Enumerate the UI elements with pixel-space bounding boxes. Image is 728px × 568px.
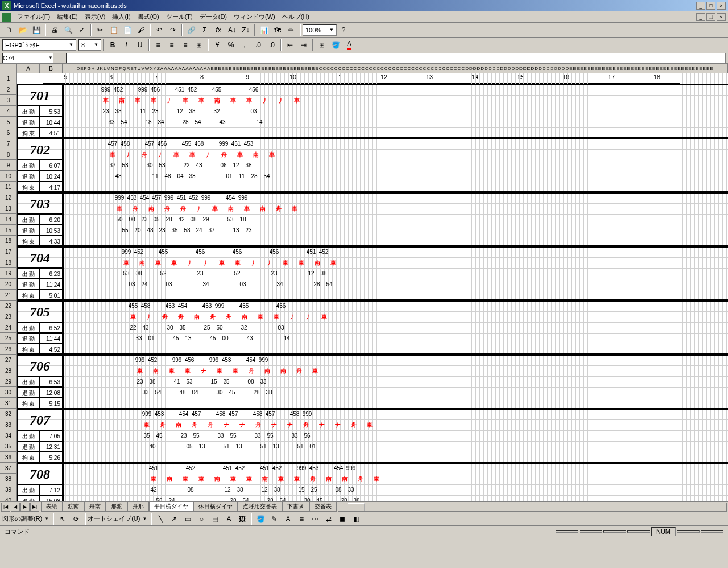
comma-button[interactable]: , xyxy=(238,39,251,51)
select-all-corner[interactable] xyxy=(0,64,17,73)
new-button[interactable]: 🗋 xyxy=(3,24,15,36)
rotate-button[interactable]: ⟳ xyxy=(70,513,82,525)
row-header[interactable]: 33 xyxy=(0,419,16,430)
redo-button[interactable]: ↷ xyxy=(167,24,179,36)
row-header[interactable]: 35 xyxy=(0,441,16,452)
oval-button[interactable]: ○ xyxy=(195,513,208,525)
close-button[interactable]: × xyxy=(717,2,726,10)
align-right-button[interactable]: ≡ xyxy=(179,39,192,51)
tab-prev-button[interactable]: ◀ xyxy=(11,503,20,512)
sort-asc-button[interactable]: A↓ xyxy=(226,24,238,36)
menu-help[interactable]: ヘルプ(H) xyxy=(279,11,313,22)
doc-close-button[interactable]: × xyxy=(717,13,726,21)
line-button[interactable]: ╲ xyxy=(154,513,167,525)
menu-window[interactable]: ウィンドウ(W) xyxy=(230,11,279,22)
font-name-box[interactable]: HGPｺﾞｼｯｸE▼ xyxy=(2,39,76,51)
row-header[interactable]: 27 xyxy=(0,355,16,365)
row-header[interactable]: 32 xyxy=(0,409,16,419)
autoshape-menu[interactable]: オートシェイプ(U) xyxy=(88,515,140,523)
merge-button[interactable]: ⊞ xyxy=(193,39,205,51)
menu-data[interactable]: データ(D) xyxy=(196,11,230,22)
fill-color-button[interactable]: 🪣 xyxy=(329,39,342,51)
textbox-button[interactable]: ▤ xyxy=(209,513,221,525)
tab-heijitsu[interactable]: 平日横ダイヤ xyxy=(149,502,193,512)
function-button[interactable]: fx xyxy=(212,24,225,36)
row-header[interactable]: 17 xyxy=(0,246,16,257)
tab-koban[interactable]: 交番表 xyxy=(309,502,337,512)
line-style-button[interactable]: ≡ xyxy=(295,513,308,525)
line-color-button[interactable]: ✎ xyxy=(268,513,280,525)
row-header[interactable]: 18 xyxy=(0,257,16,268)
row-header[interactable]: 39 xyxy=(0,484,16,495)
col-b[interactable]: B xyxy=(40,64,63,73)
font-color-button2[interactable]: A xyxy=(282,513,294,525)
print-button[interactable]: 🖨 xyxy=(48,24,61,36)
percent-button[interactable]: % xyxy=(225,39,237,51)
clipart-button[interactable]: 🖼 xyxy=(236,513,249,525)
align-center-button[interactable]: ≡ xyxy=(166,39,178,51)
row-header[interactable]: 22 xyxy=(0,301,16,311)
row-header[interactable]: 25 xyxy=(0,333,16,344)
row-header[interactable]: 36 xyxy=(0,452,16,463)
menu-edit[interactable]: 編集(E) xyxy=(53,11,81,22)
tab-kyujitsu[interactable]: 休日横ダイヤ xyxy=(193,502,238,512)
row-header[interactable]: 30 xyxy=(0,387,16,398)
row-header[interactable]: 19 xyxy=(0,268,16,279)
currency-button[interactable]: ¥ xyxy=(211,39,224,51)
spell-button[interactable]: ✓ xyxy=(76,24,88,36)
help-button[interactable]: ? xyxy=(337,24,350,36)
row-header[interactable]: 5 xyxy=(0,117,16,127)
dec-indent-button[interactable]: ⇤ xyxy=(284,39,296,51)
preview-button[interactable]: 🔍 xyxy=(62,24,75,36)
font-color-button[interactable]: A xyxy=(343,39,355,51)
cut-button[interactable]: ✂ xyxy=(94,24,106,36)
open-button[interactable]: 📂 xyxy=(16,24,29,36)
hyperlink-button[interactable]: 🔗 xyxy=(185,24,197,36)
row-header[interactable]: 20 xyxy=(0,279,16,290)
map-button[interactable]: 🗺 xyxy=(271,24,284,36)
tab-funana[interactable]: 舟那 xyxy=(127,502,149,512)
borders-button[interactable]: ⊞ xyxy=(316,39,328,51)
menu-tools[interactable]: ツール(T) xyxy=(163,11,196,22)
row-header[interactable]: 2 xyxy=(0,84,16,95)
bold-button[interactable]: B xyxy=(106,39,119,51)
inc-decimal-button[interactable]: .0 xyxy=(252,39,264,51)
tab-first-button[interactable]: |◀ xyxy=(1,503,10,512)
drawing-button[interactable]: ✏ xyxy=(285,24,297,36)
font-size-box[interactable]: 8▼ xyxy=(78,39,101,51)
formula-input[interactable] xyxy=(66,53,726,63)
draw-menu[interactable]: 図形の調整(R) xyxy=(2,515,42,523)
row-header[interactable]: 38 xyxy=(0,474,16,484)
copy-button[interactable]: 📋 xyxy=(107,24,120,36)
rect-button[interactable]: ▭ xyxy=(181,513,194,525)
wordart-button[interactable]: A xyxy=(222,513,235,525)
row-header[interactable]: 6 xyxy=(0,127,16,138)
tab-tonan[interactable]: 渡南 xyxy=(63,502,84,512)
dec-decimal-button[interactable]: .0 xyxy=(266,39,278,51)
row-header[interactable]: 7 xyxy=(0,138,16,149)
row-header[interactable]: 8 xyxy=(0,149,16,160)
sort-desc-button[interactable]: Z↓ xyxy=(239,24,252,36)
col-small[interactable]: DEFGHIJKLMNOPQRSTUVWXYZAAAAAAAAAAAAAABBB… xyxy=(63,64,728,73)
doc-restore-button[interactable]: ❐ xyxy=(706,13,715,21)
maximize-button[interactable]: □ xyxy=(706,2,715,10)
autosum-button[interactable]: Σ xyxy=(198,24,211,36)
row-header[interactable]: 1 xyxy=(0,73,16,84)
tab-shitagaki[interactable]: 下書き xyxy=(282,502,309,512)
col-a[interactable]: A xyxy=(17,64,40,73)
menu-insert[interactable]: 挿入(I) xyxy=(109,11,134,22)
inc-indent-button[interactable]: ⇥ xyxy=(297,39,310,51)
tab-tenko[interactable]: 点呼用交番表 xyxy=(238,502,282,512)
menu-format[interactable]: 書式(O) xyxy=(134,11,163,22)
row-header[interactable]: 26 xyxy=(0,344,16,355)
arrow-button[interactable]: ↗ xyxy=(168,513,180,525)
worksheet-grid[interactable]: A B DEFGHIJKLMNOPQRSTUVWXYZAAAAAAAAAAAAA… xyxy=(0,64,728,502)
row-header[interactable]: 34 xyxy=(0,430,16,441)
tab-hyoshi[interactable]: 表紙 xyxy=(41,502,63,512)
row-header[interactable]: 23 xyxy=(0,311,16,322)
name-box[interactable]: C74▼ xyxy=(2,53,53,63)
format-painter-button[interactable]: 🖌 xyxy=(135,24,147,36)
row-header[interactable]: 31 xyxy=(0,398,16,409)
row-header[interactable]: 14 xyxy=(0,214,16,225)
row-header[interactable]: 24 xyxy=(0,322,16,333)
